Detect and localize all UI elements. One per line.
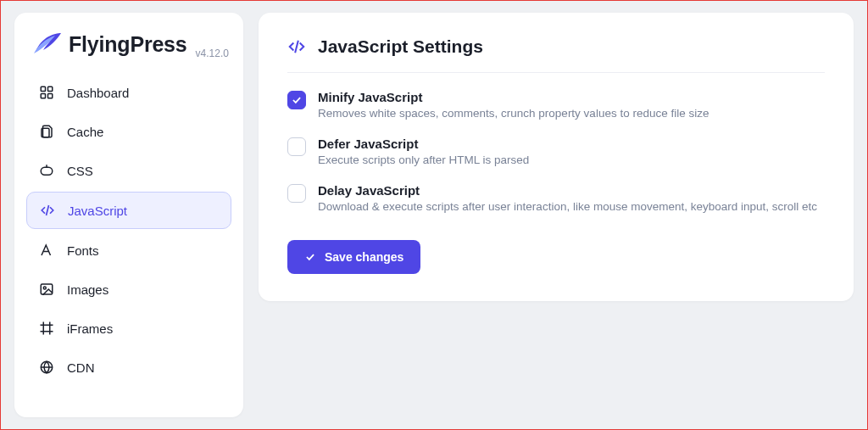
logo-icon [31, 31, 62, 57]
options-list: Minify JavaScript Removes white spaces, … [287, 73, 825, 221]
svg-line-6 [47, 205, 49, 215]
page-title: JavaScript Settings [318, 36, 483, 57]
checkbox-minify-js[interactable] [287, 91, 306, 109]
sidebar-item-images[interactable]: Images [26, 271, 231, 307]
checkbox-defer-js[interactable] [287, 137, 306, 156]
sidebar-item-label: Cache [67, 125, 103, 139]
svg-rect-5 [41, 167, 53, 175]
svg-rect-0 [41, 87, 45, 91]
sidebar-item-javascript[interactable]: JavaScript [26, 192, 231, 229]
sidebar-item-label: Dashboard [67, 86, 129, 100]
sidebar-item-iframes[interactable]: iFrames [26, 310, 231, 346]
sidebar-item-label: Fonts [67, 243, 99, 258]
sidebar-item-cdn[interactable]: CDN [26, 349, 231, 385]
font-icon [38, 243, 55, 258]
sidebar-item-label: CDN [67, 360, 95, 375]
check-icon [304, 251, 316, 263]
option-minify-js: Minify JavaScript Removes white spaces, … [287, 90, 825, 120]
brand: FlyingPress v4.12.0 [26, 28, 231, 75]
option-delay-js: Delay JavaScript Download & execute scri… [287, 183, 825, 213]
option-title: Defer JavaScript [318, 137, 529, 151]
svg-rect-3 [48, 94, 53, 98]
svg-rect-2 [41, 94, 45, 98]
save-button-label: Save changes [325, 250, 403, 264]
brand-logo: FlyingPress [31, 31, 187, 57]
option-desc: Removes white spaces, comments, crunch p… [318, 107, 709, 120]
sidebar-item-label: CSS [67, 164, 93, 178]
sidebar-item-fonts[interactable]: Fonts [26, 232, 231, 268]
svg-line-16 [295, 41, 298, 53]
svg-point-9 [43, 287, 46, 289]
check-icon [291, 94, 303, 106]
sidebar-item-css[interactable]: CSS [26, 153, 231, 188]
sidebar: FlyingPress v4.12.0 Dashboard Cache [14, 13, 243, 417]
sidebar-item-label: JavaScript [68, 204, 127, 218]
save-button[interactable]: Save changes [287, 240, 420, 274]
page-header: JavaScript Settings [287, 36, 825, 73]
option-desc: Execute scripts only after HTML is parse… [318, 154, 529, 166]
sidebar-item-label: iFrames [67, 321, 113, 336]
sidebar-item-cache[interactable]: Cache [26, 114, 231, 149]
brand-version: v4.12.0 [196, 47, 229, 59]
frame-icon [38, 321, 55, 336]
globe-icon [38, 360, 55, 375]
dashboard-icon [38, 85, 55, 100]
svg-rect-1 [48, 87, 53, 91]
option-title: Minify JavaScript [318, 90, 709, 104]
cache-icon [38, 124, 55, 139]
sidebar-item-label: Images [67, 282, 108, 297]
checkbox-delay-js[interactable] [287, 184, 306, 203]
main-panel: JavaScript Settings Minify JavaScript Re… [259, 13, 854, 301]
sidebar-nav: Dashboard Cache CSS JavaScript [26, 75, 231, 385]
brand-name: FlyingPress [69, 32, 187, 57]
svg-rect-8 [41, 284, 53, 294]
sidebar-item-dashboard[interactable]: Dashboard [26, 75, 231, 110]
image-icon [38, 282, 55, 297]
code-icon [39, 203, 56, 218]
option-title: Delay JavaScript [318, 183, 817, 198]
css-icon [38, 163, 55, 178]
code-icon [287, 37, 306, 56]
option-desc: Download & execute scripts after user in… [318, 200, 817, 213]
option-defer-js: Defer JavaScript Execute scripts only af… [287, 137, 825, 166]
